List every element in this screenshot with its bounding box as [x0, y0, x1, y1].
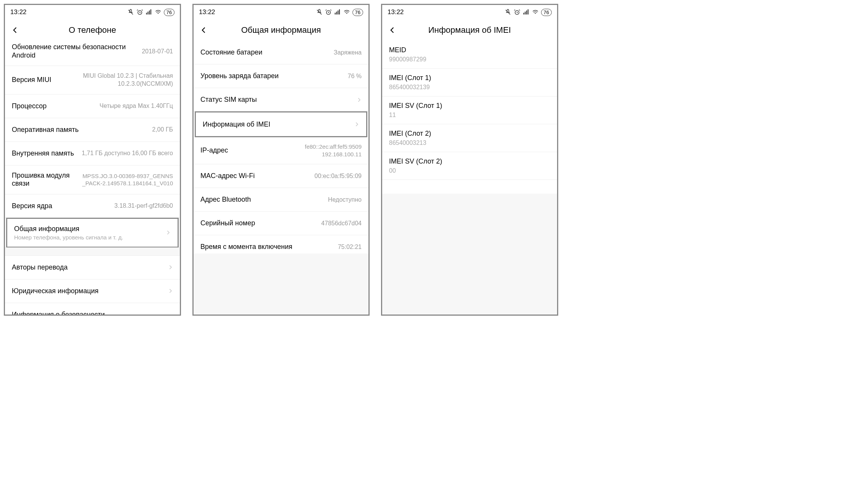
svg-rect-1	[146, 13, 147, 15]
chevron-right-icon	[356, 97, 362, 103]
row-label: Серийный номер	[200, 219, 321, 227]
phone-screen-status: 13:22 76 Общая информация Состояние бата…	[192, 4, 370, 316]
row-value: 86540003213	[389, 140, 550, 146]
status-time: 13:22	[199, 8, 215, 16]
row-label: Версия MIUI	[12, 76, 80, 84]
alarm-icon	[514, 9, 520, 16]
status-icons: 76	[504, 9, 552, 16]
info-list: MEID 99000987299 IMEI (Слот 1) 865400032…	[382, 41, 557, 180]
row-label: Оперативная память	[12, 126, 152, 134]
row-value: Четыре ядра Max 1.40ГГц	[99, 103, 173, 109]
chevron-right-icon	[165, 230, 171, 235]
row-safety-info[interactable]: Информация о безопасности	[5, 303, 180, 316]
svg-rect-6	[335, 13, 335, 15]
row-kernel[interactable]: Версия ядра 3.18.31-perf-gf2fd6b0	[5, 194, 180, 218]
highlight-general-info: Общая информация Номер телефона, уровень…	[6, 218, 179, 248]
mute-icon	[316, 9, 323, 16]
svg-rect-8	[338, 11, 338, 15]
row-label: Юридическая информация	[12, 287, 168, 295]
row-imei-info[interactable]: Информация об IMEI	[196, 112, 366, 136]
statusbar: 13:22 76	[382, 5, 557, 19]
row-bluetooth-address[interactable]: Адрес Bluetooth Недоступно	[194, 188, 368, 212]
row-label: Общая информация	[14, 225, 165, 233]
row-baseband[interactable]: Прошивка модуля связи MPSS.JO.3.0-00369-…	[5, 165, 180, 194]
battery-indicator: 76	[352, 9, 363, 16]
row-value: 00	[389, 167, 550, 174]
row-security-patch[interactable]: Обновление системы безопасности Android …	[5, 41, 180, 66]
row-value: 1,71 ГБ доступно 16,00 ГБ всего	[82, 149, 173, 157]
status-icons: 76	[127, 9, 175, 16]
row-label: Процессор	[12, 102, 99, 110]
chevron-left-icon	[11, 26, 19, 34]
chevron-right-icon	[168, 288, 173, 294]
wifi-icon	[532, 9, 539, 16]
wifi-icon	[155, 9, 162, 16]
row-serial-number[interactable]: Серийный номер 47856dc67d04	[194, 212, 368, 235]
alarm-icon	[325, 9, 332, 16]
svg-rect-7	[336, 12, 337, 15]
row-imeisv-slot1[interactable]: IMEI SV (Слот 1) 11	[382, 96, 557, 124]
highlight-imei-info: Информация об IMEI	[195, 111, 367, 137]
svg-rect-3	[149, 11, 150, 15]
row-sim-status[interactable]: Статус SIM карты	[194, 88, 368, 112]
row-label: Внутренняя память	[12, 149, 82, 157]
signal-icon	[523, 9, 530, 16]
statusbar: 13:22 76	[194, 5, 368, 19]
row-value: Заряжена	[334, 49, 362, 56]
row-value: 2,00 ГБ	[152, 126, 173, 133]
row-storage[interactable]: Внутренняя память 1,71 ГБ доступно 16,00…	[5, 142, 180, 165]
alarm-icon	[136, 9, 143, 16]
row-general-info[interactable]: Общая информация Номер телефона, уровень…	[7, 219, 178, 247]
row-imei-slot1[interactable]: IMEI (Слот 1) 865400032139	[382, 69, 557, 96]
row-value: 2018-07-01	[142, 48, 173, 55]
row-label: Обновление системы безопасности Android	[12, 43, 142, 59]
settings-list: Состояние батареи Заряжена Уровень заряд…	[194, 41, 368, 259]
row-value: 865400032139	[389, 84, 550, 91]
row-ram[interactable]: Оперативная память 2,00 ГБ	[5, 118, 180, 142]
svg-rect-9	[339, 10, 340, 15]
status-time: 13:22	[388, 8, 404, 16]
row-imeisv-slot2[interactable]: IMEI SV (Слот 2) 00	[382, 152, 557, 180]
section-divider	[5, 247, 180, 256]
row-label: IP-адрес	[200, 146, 268, 154]
chevron-right-icon	[168, 265, 173, 270]
empty-area	[194, 254, 368, 315]
row-label: MEID	[389, 46, 550, 54]
row-label: Информация о безопасности	[12, 311, 173, 316]
mute-icon	[127, 9, 134, 16]
row-mac-address[interactable]: MAC-адрес Wi-Fi 00:ec:0a:f5:95:09	[194, 164, 368, 188]
svg-rect-13	[526, 11, 527, 15]
svg-rect-14	[527, 10, 528, 15]
row-legal-info[interactable]: Юридическая информация	[5, 279, 180, 303]
back-button[interactable]	[386, 22, 399, 38]
row-translation-credits[interactable]: Авторы перевода	[5, 256, 180, 279]
phone-screen-about: 13:22 76 О телефоне Обновление системы б…	[4, 4, 181, 316]
row-value: 3.18.31-perf-gf2fd6b0	[114, 202, 173, 209]
row-value: 11	[389, 112, 550, 119]
signal-icon	[334, 9, 341, 16]
row-label: Адрес Bluetooth	[200, 196, 328, 204]
header: Информация об IMEI	[382, 19, 557, 41]
row-value: 99000987299	[389, 56, 550, 63]
svg-rect-2	[147, 12, 148, 15]
row-battery-level[interactable]: Уровень заряда батареи 76 %	[194, 64, 368, 88]
chevron-right-icon	[354, 122, 359, 127]
header: О телефоне	[5, 19, 180, 41]
row-miui-version[interactable]: Версия MIUI MIUI Global 10.2.3 | Стабиль…	[5, 66, 180, 95]
row-label: Статус SIM карты	[200, 96, 356, 104]
row-cpu[interactable]: Процессор Четыре ядра Max 1.40ГГц	[5, 95, 180, 118]
header: Общая информация	[194, 19, 368, 41]
row-label: MAC-адрес Wi-Fi	[200, 172, 314, 180]
row-label: Информация об IMEI	[203, 120, 354, 128]
page-title: О телефоне	[22, 25, 163, 35]
row-ip-address[interactable]: IP-адрес fe80::2ec:aff:fef5:9509 192.168…	[194, 137, 368, 164]
back-button[interactable]	[9, 22, 22, 38]
row-meid[interactable]: MEID 99000987299	[382, 41, 557, 69]
row-value: fe80::2ec:aff:fef5:9509 192.168.100.11	[268, 143, 362, 158]
row-battery-status[interactable]: Состояние батареи Заряжена	[194, 41, 368, 64]
row-imei-slot2[interactable]: IMEI (Слот 2) 86540003213	[382, 124, 557, 152]
back-button[interactable]	[197, 22, 210, 38]
row-label: Время с момента включения	[200, 243, 338, 251]
row-sublabel: Номер телефона, уровень сигнала и т. д.	[14, 234, 165, 241]
row-value: MPSS.JO.3.0-00369-8937_GENNS_PACK-2.1495…	[80, 172, 173, 187]
